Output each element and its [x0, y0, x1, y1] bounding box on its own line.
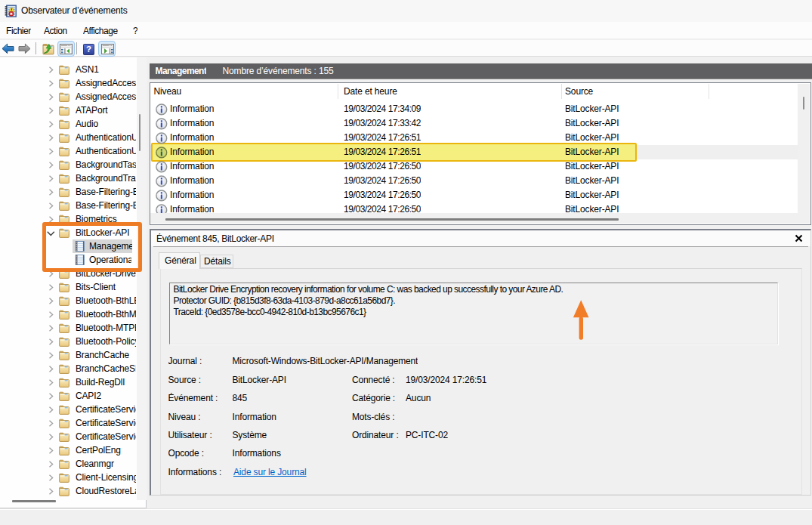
svg-text:?: ?	[86, 45, 91, 54]
